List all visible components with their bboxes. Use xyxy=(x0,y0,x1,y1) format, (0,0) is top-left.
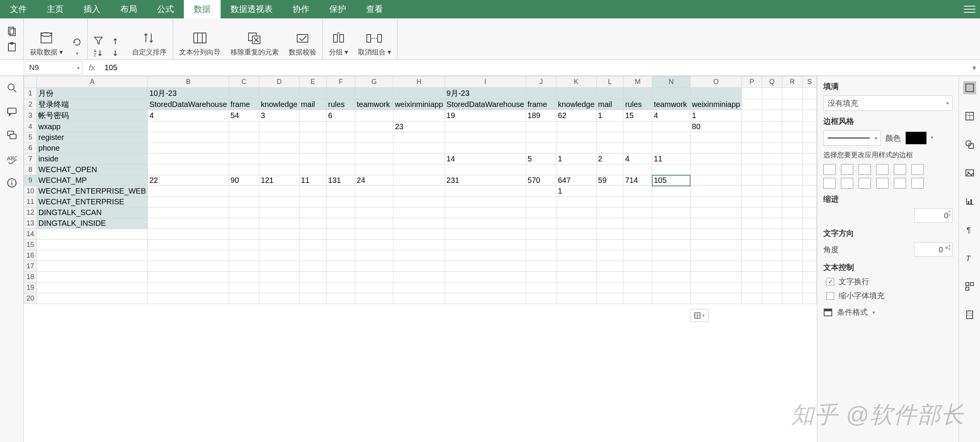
cell-D5[interactable] xyxy=(259,132,299,143)
cell-K8[interactable] xyxy=(556,164,596,175)
cell-F4[interactable] xyxy=(326,122,355,132)
tab-保护[interactable]: 保护 xyxy=(319,0,356,18)
fx-icon[interactable]: fx xyxy=(82,60,101,76)
cell-E10[interactable] xyxy=(299,186,326,197)
cell-L9[interactable]: 59 xyxy=(596,175,623,186)
cell-B14[interactable] xyxy=(148,229,229,240)
text-to-columns-button[interactable]: 文本分列向导 xyxy=(179,30,221,56)
cell-H18[interactable] xyxy=(393,272,445,283)
cell-Q8[interactable] xyxy=(762,164,782,175)
cell-C3[interactable]: 54 xyxy=(229,110,259,122)
cell-E6[interactable] xyxy=(299,143,326,154)
formula-input[interactable] xyxy=(101,60,969,76)
ungroup-button[interactable]: 取消组合 ▾ xyxy=(358,30,391,56)
cell-D7[interactable] xyxy=(259,154,299,164)
cell-N8[interactable] xyxy=(652,164,690,175)
autofill-options-button[interactable]: ▾ xyxy=(690,309,708,322)
cell-F20[interactable] xyxy=(326,293,355,304)
cell-N15[interactable] xyxy=(652,240,690,250)
cell-S5[interactable] xyxy=(802,132,816,143)
border-horiz-icon[interactable] xyxy=(859,164,871,175)
col-header-G[interactable]: G xyxy=(355,76,393,88)
cell-R6[interactable] xyxy=(782,143,802,154)
cell-N11[interactable] xyxy=(652,197,690,207)
cell-H7[interactable] xyxy=(393,154,445,164)
cell-G6[interactable] xyxy=(355,143,393,154)
cell-E11[interactable] xyxy=(299,197,326,207)
cell-L1[interactable] xyxy=(596,88,623,99)
cell-L13[interactable] xyxy=(596,218,623,229)
cell-R17[interactable] xyxy=(782,261,802,272)
tab-插入[interactable]: 插入 xyxy=(74,0,110,18)
cell-D6[interactable] xyxy=(259,143,299,154)
cell-B6[interactable] xyxy=(148,143,229,154)
cell-K19[interactable] xyxy=(556,283,596,293)
cell-O14[interactable] xyxy=(690,229,742,240)
cell-I14[interactable] xyxy=(445,229,526,240)
cell-N4[interactable] xyxy=(652,122,690,132)
row-header-17[interactable]: 17 xyxy=(24,261,37,272)
cell-Q4[interactable] xyxy=(762,122,782,132)
cell-A14[interactable] xyxy=(37,229,148,240)
cell-M2[interactable]: rules xyxy=(623,99,652,110)
cell-Q14[interactable] xyxy=(762,229,782,240)
cell-J17[interactable] xyxy=(526,261,556,272)
cell-B17[interactable] xyxy=(148,261,229,272)
cell-E2[interactable]: mail xyxy=(299,99,326,110)
cell-Q6[interactable] xyxy=(762,143,782,154)
cell-D3[interactable]: 3 xyxy=(259,110,299,122)
cell-M16[interactable] xyxy=(623,250,652,261)
cell-B13[interactable] xyxy=(148,218,229,229)
cell-L20[interactable] xyxy=(596,293,623,304)
cell-A19[interactable] xyxy=(37,283,148,293)
cell-L3[interactable]: 1 xyxy=(596,110,623,122)
col-header-D[interactable]: D xyxy=(259,76,299,88)
cell-L12[interactable] xyxy=(596,207,623,218)
cell-M11[interactable] xyxy=(623,197,652,207)
cell-F17[interactable] xyxy=(326,261,355,272)
fill-select[interactable]: 没有填充 ▾ xyxy=(823,95,952,111)
cell-L15[interactable] xyxy=(596,240,623,250)
cell-M18[interactable] xyxy=(623,272,652,283)
border-center-icon[interactable] xyxy=(841,178,853,189)
cell-K14[interactable] xyxy=(556,229,596,240)
cell-D10[interactable] xyxy=(259,186,299,197)
cell-I18[interactable] xyxy=(445,272,526,283)
cell-J7[interactable]: 5 xyxy=(526,154,556,164)
cell-I5[interactable] xyxy=(445,132,526,143)
cell-K16[interactable] xyxy=(556,250,596,261)
cell-C16[interactable] xyxy=(229,250,259,261)
cell-G9[interactable]: 24 xyxy=(355,175,393,186)
cell-G11[interactable] xyxy=(355,197,393,207)
cell-R15[interactable] xyxy=(782,240,802,250)
cell-O1[interactable] xyxy=(690,88,742,99)
cell-J4[interactable] xyxy=(526,122,556,132)
border-color-picker[interactable] xyxy=(905,131,927,145)
cell-S18[interactable] xyxy=(802,272,816,283)
col-header-F[interactable]: F xyxy=(326,76,355,88)
cell-G7[interactable] xyxy=(355,154,393,164)
cell-L10[interactable] xyxy=(596,186,623,197)
tab-公式[interactable]: 公式 xyxy=(147,0,184,18)
cell-D19[interactable] xyxy=(259,283,299,293)
cell-F15[interactable] xyxy=(326,240,355,250)
comments-icon[interactable] xyxy=(7,107,17,117)
cell-P14[interactable] xyxy=(742,229,762,240)
cell-G14[interactable] xyxy=(355,229,393,240)
cell-Q10[interactable] xyxy=(762,186,782,197)
cell-K1[interactable] xyxy=(556,88,596,99)
cell-E18[interactable] xyxy=(299,272,326,283)
cell-S19[interactable] xyxy=(802,283,816,293)
cell-P9[interactable] xyxy=(742,175,762,186)
cell-N13[interactable] xyxy=(652,218,690,229)
cell-E16[interactable] xyxy=(299,250,326,261)
cell-Q20[interactable] xyxy=(762,293,782,304)
cell-L4[interactable] xyxy=(596,122,623,132)
cell-M1[interactable] xyxy=(623,88,652,99)
cell-I20[interactable] xyxy=(445,293,526,304)
cell-K7[interactable]: 1 xyxy=(556,154,596,164)
cell-K13[interactable] xyxy=(556,218,596,229)
cell-S3[interactable] xyxy=(802,110,816,122)
tab-主页[interactable]: 主页 xyxy=(37,0,74,18)
col-header-M[interactable]: M xyxy=(623,76,652,88)
